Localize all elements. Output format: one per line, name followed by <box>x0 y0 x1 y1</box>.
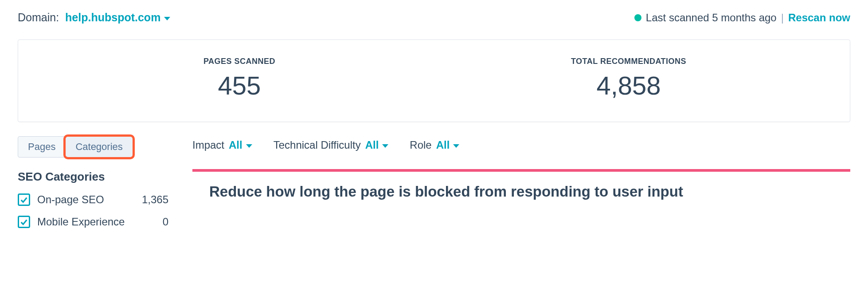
filter-role-dropdown[interactable]: All <box>436 139 460 151</box>
caret-down-icon <box>453 144 459 148</box>
stat-label: PAGES SCANNED <box>45 57 434 66</box>
recommendation-card[interactable]: Reduce how long the page is blocked from… <box>192 169 850 200</box>
scan-status-group: Last scanned 5 months ago | Rescan now <box>634 12 850 24</box>
filter-value-text: All <box>365 139 379 151</box>
filter-impact: Impact All <box>192 139 252 151</box>
checkbox-mobile-experience[interactable] <box>18 216 30 228</box>
filters-row: Impact All Technical Difficulty All Role… <box>192 136 850 151</box>
filter-role: Role All <box>410 139 459 151</box>
filter-value-text: All <box>436 139 450 151</box>
filter-label: Role <box>410 139 431 151</box>
domain-selector-group: Domain: help.hubspot.com <box>18 11 170 24</box>
check-icon <box>20 196 28 204</box>
filter-impact-dropdown[interactable]: All <box>229 139 252 151</box>
checkbox-on-page-seo[interactable] <box>18 193 30 206</box>
caret-down-icon <box>164 17 170 20</box>
filter-label: Technical Difficulty <box>274 139 361 151</box>
caret-down-icon <box>246 144 252 148</box>
caret-down-icon <box>382 144 388 148</box>
category-count: 1,365 <box>142 193 168 206</box>
check-icon <box>20 218 28 226</box>
rescan-link[interactable]: Rescan now <box>788 12 850 24</box>
divider: | <box>781 12 784 24</box>
content-area: Impact All Technical Difficulty All Role… <box>192 136 850 238</box>
category-row: Mobile Experience 0 <box>18 216 168 228</box>
status-dot-icon <box>634 14 641 21</box>
domain-dropdown[interactable]: help.hubspot.com <box>65 11 170 24</box>
stat-value: 4,858 <box>434 71 823 100</box>
category-label: On-page SEO <box>37 193 104 206</box>
stat-label: TOTAL RECOMMENDATIONS <box>434 57 823 66</box>
domain-label: Domain: <box>18 11 59 24</box>
category-label: Mobile Experience <box>37 216 125 228</box>
category-count: 0 <box>163 216 168 228</box>
domain-value: help.hubspot.com <box>65 11 160 24</box>
filter-difficulty-dropdown[interactable]: All <box>365 139 389 151</box>
filter-difficulty: Technical Difficulty All <box>274 139 389 151</box>
scan-status-text: Last scanned 5 months ago <box>646 12 777 24</box>
stat-pages-scanned: PAGES SCANNED 455 <box>45 57 434 100</box>
view-tabs: Pages Categories <box>18 136 133 158</box>
stat-value: 455 <box>45 71 434 100</box>
main-area: Pages Categories SEO Categories On-page … <box>18 136 850 238</box>
filter-value-text: All <box>229 139 242 151</box>
stat-total-recommendations: TOTAL RECOMMENDATIONS 4,858 <box>434 57 823 100</box>
seo-categories-title: SEO Categories <box>18 170 168 184</box>
sidebar: Pages Categories SEO Categories On-page … <box>18 136 168 238</box>
filter-label: Impact <box>192 139 224 151</box>
tab-pages[interactable]: Pages <box>18 136 66 158</box>
header-row: Domain: help.hubspot.com Last scanned 5 … <box>18 11 850 24</box>
recommendation-title: Reduce how long the page is blocked from… <box>192 183 850 200</box>
tab-categories[interactable]: Categories <box>66 136 133 158</box>
category-row: On-page SEO 1,365 <box>18 193 168 206</box>
stats-card: PAGES SCANNED 455 TOTAL RECOMMENDATIONS … <box>18 39 850 122</box>
